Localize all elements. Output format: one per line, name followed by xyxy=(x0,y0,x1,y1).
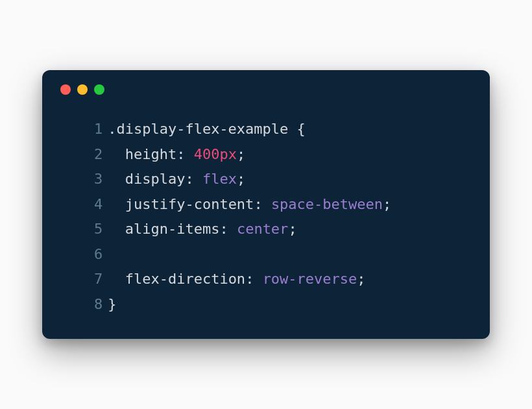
token: : xyxy=(245,271,263,287)
code-line: 5 align-items: center; xyxy=(80,217,473,242)
token: ; xyxy=(237,171,245,187)
token: flex-direction xyxy=(125,271,245,287)
code-line: 6 xyxy=(80,242,473,267)
token: } xyxy=(108,296,116,312)
code-line: 7 flex-direction: row-reverse; xyxy=(80,267,473,292)
line-number: 8 xyxy=(80,292,103,317)
token: center xyxy=(237,221,288,237)
token: { xyxy=(297,121,306,137)
token: row-reverse xyxy=(263,271,357,287)
line-number: 7 xyxy=(80,267,103,292)
zoom-icon[interactable] xyxy=(94,84,104,95)
token: : xyxy=(185,171,202,187)
code-line: 1.display-flex-example { xyxy=(80,117,473,142)
token: 400 xyxy=(194,146,220,162)
token: flex xyxy=(202,171,237,187)
token: height xyxy=(125,146,176,162)
line-content: display: flex; xyxy=(108,171,245,187)
token: : xyxy=(176,146,194,162)
token: ; xyxy=(383,196,391,212)
line-number: 2 xyxy=(80,142,103,167)
code-line: 3 display: flex; xyxy=(80,167,473,192)
code-line: 8} xyxy=(80,292,473,317)
line-content: align-items: center; xyxy=(108,221,296,237)
line-content: height: 400px; xyxy=(108,146,245,162)
close-icon[interactable] xyxy=(60,84,71,95)
line-content: flex-direction: row-reverse; xyxy=(108,271,365,287)
token: ; xyxy=(237,146,245,162)
line-number: 4 xyxy=(80,192,103,217)
token: space-between xyxy=(271,196,383,212)
token: : xyxy=(254,196,271,212)
code-line: 4 justify-content: space-between; xyxy=(80,192,473,217)
token: ; xyxy=(357,271,365,287)
token: .display-flex-example xyxy=(108,121,296,137)
token: ; xyxy=(288,221,296,237)
line-number: 6 xyxy=(80,242,103,267)
code-line: 2 height: 400px; xyxy=(80,142,473,167)
token: justify-content xyxy=(125,196,254,212)
line-number: 1 xyxy=(80,117,103,142)
minimize-icon[interactable] xyxy=(77,84,88,95)
token: display xyxy=(125,171,186,187)
token: align-items xyxy=(125,221,220,237)
line-content: justify-content: space-between; xyxy=(108,196,391,212)
code-window: 1.display-flex-example {2 height: 400px;… xyxy=(42,70,490,339)
token: : xyxy=(219,221,237,237)
line-content: } xyxy=(108,296,116,312)
code-block: 1.display-flex-example {2 height: 400px;… xyxy=(59,117,473,317)
line-content: .display-flex-example { xyxy=(108,121,306,137)
traffic-lights xyxy=(59,84,473,95)
line-number: 3 xyxy=(80,167,103,192)
line-number: 5 xyxy=(80,217,103,242)
token: px xyxy=(219,146,237,162)
